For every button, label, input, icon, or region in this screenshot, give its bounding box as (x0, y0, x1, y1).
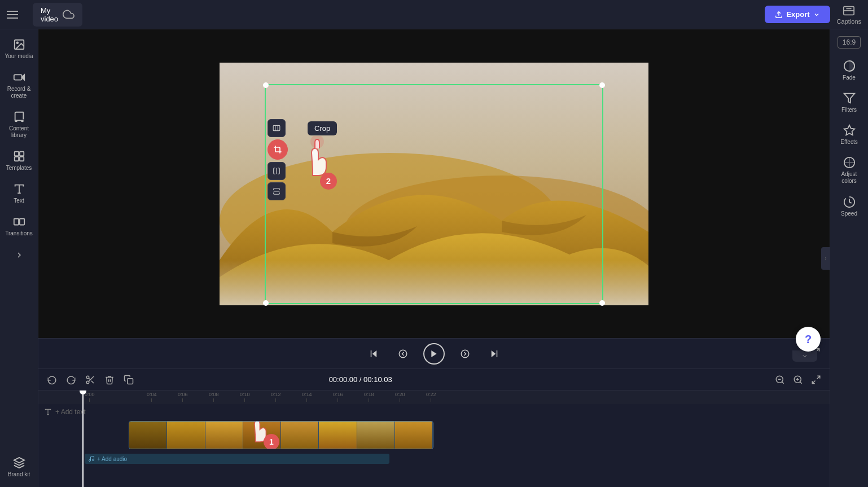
audio-strip[interactable]: + Add audio (85, 454, 389, 464)
media-icon (13, 38, 25, 51)
speed-label: Speed (841, 210, 857, 217)
export-button[interactable]: Export (765, 6, 830, 23)
toolbar-btn-flip-v[interactable] (268, 182, 286, 200)
export-label: Export (786, 10, 809, 19)
right-panel-filters[interactable]: Filters (832, 87, 866, 117)
svg-rect-6 (14, 74, 21, 80)
sidebar-item-record-create[interactable]: Record & create (2, 67, 36, 104)
sidebar-item-transitions[interactable]: Transitions (2, 211, 36, 242)
right-panel-adjust-colors[interactable]: Adjust colors (832, 152, 866, 189)
right-panel-speed[interactable]: Speed (832, 191, 866, 221)
undo-button[interactable] (45, 373, 59, 387)
cloud-icon (63, 8, 74, 20)
topbar: My video Export Captions (0, 0, 868, 29)
captions-button[interactable]: Captions (837, 5, 861, 25)
video-title-tab[interactable]: My video (33, 3, 82, 27)
effects-icon (843, 124, 856, 137)
aspect-ratio-selector[interactable]: 16:9 (838, 36, 861, 49)
playback-controls (38, 338, 830, 368)
crop-icon (273, 145, 282, 154)
sidebar-item-brand-kit[interactable]: Brand kit (2, 452, 36, 482)
skip-forward-icon (489, 349, 499, 359)
zoom-in-button[interactable] (791, 373, 805, 387)
audio-track: + Add audio (82, 454, 830, 467)
flip-h-icon (273, 167, 280, 175)
forward-button[interactable] (456, 345, 474, 363)
captions-icon (843, 5, 855, 17)
video-frame-4 (243, 422, 281, 449)
toolbar-btn-aspect[interactable] (268, 119, 286, 137)
center-content: Crop 2 (38, 29, 830, 487)
play-icon (429, 349, 439, 358)
svg-rect-21 (273, 125, 280, 130)
add-text-track[interactable]: + Add text (38, 404, 830, 420)
fit-timeline-button[interactable] (809, 373, 823, 387)
video-title-label: My video (41, 6, 58, 23)
effects-label: Effects (840, 139, 857, 145)
skip-back-button[interactable] (365, 345, 383, 363)
step-badge-2: 2 (320, 173, 337, 190)
text-icon (13, 183, 25, 195)
aspect-ratio-label: 16:9 (843, 38, 856, 46)
add-text-label: + Add text (55, 408, 86, 416)
help-button[interactable]: ? (796, 327, 821, 352)
duplicate-icon (124, 375, 134, 385)
main-area: Your media Record & create Content libra… (0, 29, 868, 487)
svg-rect-15 (19, 219, 24, 225)
sidebar-item-your-media[interactable]: Your media (2, 34, 36, 64)
video-strip[interactable]: 1 (129, 421, 433, 449)
video-frame-5 (281, 422, 319, 449)
svg-point-23 (399, 350, 407, 358)
skip-forward-button[interactable] (485, 345, 503, 363)
chevron-right-icon (15, 251, 24, 260)
sidebar-label-transitions: Transitions (5, 230, 33, 237)
sidebar-item-content-library[interactable]: Content library (2, 106, 36, 143)
svg-rect-10 (14, 157, 18, 161)
right-sidebar: › 16:9 Fade Filters Effects (830, 29, 868, 487)
left-sidebar: Your media Record & create Content libra… (0, 29, 38, 487)
topbar-left: My video (7, 3, 82, 27)
flip-v-icon (273, 187, 280, 195)
redo-button[interactable] (64, 373, 78, 387)
sidebar-label-your-media: Your media (5, 53, 33, 60)
duplicate-button[interactable] (122, 373, 135, 387)
preview-area: Crop 2 (38, 29, 830, 338)
timeline-zoom-controls (773, 373, 823, 387)
video-frame-3 (205, 422, 243, 449)
adjust-colors-label: Adjust colors (835, 171, 864, 185)
chevron-down-icon (801, 353, 808, 359)
right-panel-fade[interactable]: Fade (832, 55, 866, 85)
brand-icon (13, 457, 25, 469)
delete-button[interactable] (103, 373, 116, 387)
help-dropdown-arrow[interactable] (792, 350, 817, 362)
skip-back-icon (369, 349, 379, 359)
right-panel-effects[interactable]: Effects (832, 120, 866, 150)
zoom-out-button[interactable] (773, 373, 787, 387)
cut-button[interactable] (84, 373, 97, 387)
svg-point-25 (461, 350, 469, 358)
speed-icon (843, 196, 856, 208)
sidebar-item-text[interactable]: Text (2, 178, 36, 209)
video-frame-1 (129, 422, 167, 449)
hamburger-menu[interactable] (7, 7, 23, 23)
add-audio-label: + Add audio (97, 456, 127, 462)
timeline-toolbar: 00:00.00 / 00:10.03 (38, 369, 830, 391)
topbar-right: Export Captions (765, 5, 861, 25)
svg-point-47 (93, 459, 94, 461)
playhead[interactable] (82, 391, 84, 487)
sidebar-item-templates[interactable]: Templates (2, 146, 36, 176)
video-track: 1 (82, 421, 830, 453)
undo-icon (47, 375, 57, 385)
zoom-in-icon (793, 375, 803, 385)
toolbar-btn-flip-h[interactable] (268, 162, 286, 180)
collapse-right-panel[interactable]: › (821, 247, 830, 270)
play-button[interactable] (423, 343, 445, 365)
adjust-colors-icon (843, 156, 856, 169)
transitions-icon (13, 216, 25, 228)
sidebar-collapse-btn[interactable] (2, 246, 36, 264)
svg-rect-11 (19, 157, 23, 161)
toolbar-btn-crop-active[interactable] (268, 139, 288, 160)
rewind-button[interactable] (394, 345, 412, 363)
video-frame-7 (357, 422, 395, 449)
timeline-tracks: 0:00 0:04 0:06 0:08 0:10 0:12 0:14 0:16 … (38, 391, 830, 487)
